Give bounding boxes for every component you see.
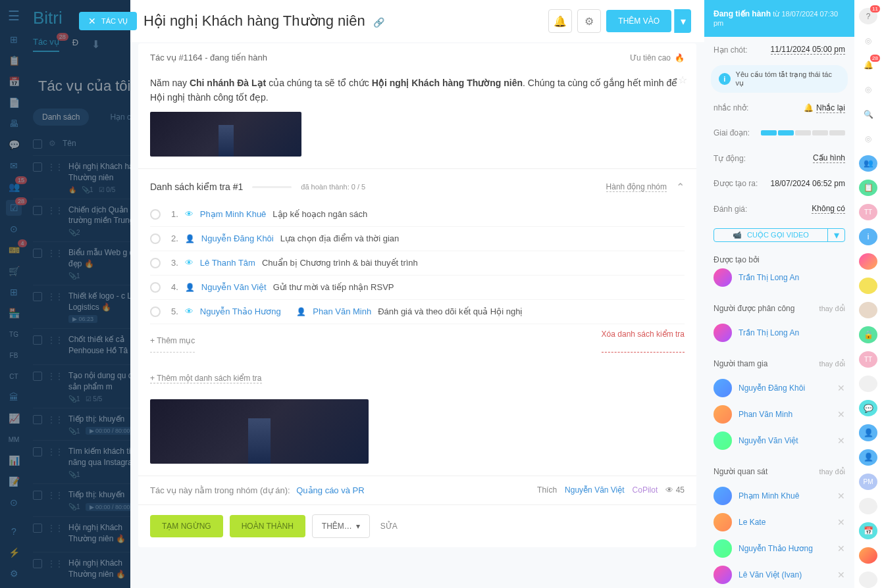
video-call-button[interactable]: 📹CUỘC GỌI VIDEO ▾ <box>713 228 845 242</box>
rail-search[interactable]: 🔍 <box>859 106 877 122</box>
close-button[interactable]: ✕ TÁC VỤ <box>79 12 137 30</box>
complete-button[interactable]: HOÀN THÀNH <box>230 515 305 537</box>
checklist-item[interactable]: 5. 👁 Nguyễn Thảo Hương 👤 Phan Văn Minh Đ… <box>150 300 685 324</box>
auto-value[interactable]: Cấu hình <box>813 153 845 163</box>
change-link[interactable]: thay đổi <box>819 468 845 476</box>
remind-value[interactable]: 🔔Nhắc lại <box>804 103 845 112</box>
rail-avatar[interactable]: i <box>859 228 877 245</box>
rail-avatar[interactable] <box>859 302 877 318</box>
rail-avatar[interactable] <box>859 278 877 294</box>
status-request[interactable]: i Yêu cầu tóm tắt trạng thái tác vụ <box>711 65 848 93</box>
video-dropdown[interactable]: ▾ <box>827 229 844 241</box>
liker-name[interactable]: Nguyễn Văn Việt <box>565 485 625 495</box>
checklist-item[interactable]: 2. 👤 Nguyễn Đăng Khôi Lựa chọn địa điểm … <box>150 227 685 251</box>
check-circle[interactable] <box>150 233 161 244</box>
collapse-icon[interactable]: ⌃ <box>676 181 685 193</box>
person-row[interactable]: Nguyễn Thảo Hương✕ <box>713 535 845 562</box>
person-row[interactable]: Phan Văn Minh✕ <box>713 401 845 428</box>
rail-avatar[interactable] <box>859 547 877 564</box>
add-item[interactable]: + Thêm mục <box>150 330 195 353</box>
remove-icon[interactable]: ✕ <box>837 435 845 446</box>
views: 👁 45 <box>665 485 685 495</box>
rail-avatar[interactable] <box>859 376 877 392</box>
copilot-link[interactable]: CoPilot <box>633 485 658 495</box>
rail-item[interactable]: ◎ <box>859 32 877 49</box>
link-icon[interactable]: 🔗 <box>373 17 384 28</box>
rail-avatar[interactable]: 👤 <box>859 424 877 441</box>
person-row[interactable]: Trần Thị Long An <box>713 320 845 346</box>
deadline-label: Hạn chót: <box>713 45 748 55</box>
like-button[interactable]: Thích <box>537 485 557 495</box>
project-link[interactable]: Quảng cáo và PR <box>296 485 364 495</box>
deadline-value[interactable]: 11/11/2024 05:00 pm <box>771 45 845 55</box>
stage-bar[interactable] <box>761 130 845 135</box>
eye-icon: 👁 <box>185 209 194 219</box>
check-circle[interactable] <box>150 209 161 220</box>
change-link[interactable]: thay đổi <box>819 305 845 313</box>
rail-avatar[interactable]: 📅 <box>859 522 877 539</box>
rail-avatar[interactable] <box>859 498 877 514</box>
rail-item[interactable]: ◎ <box>859 130 877 147</box>
group-action[interactable]: Hành động nhóm <box>606 182 667 192</box>
rail-avatar[interactable]: 🔒 <box>859 326 877 343</box>
remove-icon[interactable]: ✕ <box>837 491 845 501</box>
avatar <box>713 487 732 505</box>
star-icon[interactable]: ☆ <box>678 72 687 89</box>
rail-item[interactable]: ◎ <box>859 82 877 98</box>
rail-avatar[interactable]: TT <box>859 204 877 220</box>
check-circle[interactable] <box>150 306 161 317</box>
person-icon: 👤 <box>185 283 195 292</box>
remove-icon[interactable]: ✕ <box>837 543 845 554</box>
rail-avatar[interactable]: 📋 <box>859 180 877 196</box>
change-link[interactable]: thay đổi <box>819 360 845 368</box>
add-dropdown[interactable]: ▾ <box>674 9 691 33</box>
avatar <box>713 513 732 531</box>
chevron-down-icon: ▾ <box>356 522 360 531</box>
remove-icon[interactable]: ✕ <box>837 383 845 393</box>
video-icon: 📹 <box>733 231 742 239</box>
check-circle[interactable] <box>150 258 161 268</box>
avatar <box>713 324 732 342</box>
rail-avatar[interactable]: PM <box>859 474 877 490</box>
add-button[interactable]: THÊM VÀO <box>606 10 671 32</box>
rail-avatar[interactable]: 👤 <box>859 449 877 466</box>
remove-icon[interactable]: ✕ <box>837 409 845 420</box>
rail-bell[interactable]: 🔔28 <box>859 57 877 74</box>
check-circle[interactable] <box>150 282 161 293</box>
person-row[interactable]: Nguyễn Đăng Khôi✕ <box>713 375 845 401</box>
attached-image-2[interactable] <box>150 399 369 464</box>
attached-image[interactable] <box>150 112 301 157</box>
created-by-label: Được tạo bởi <box>713 255 845 264</box>
person-row[interactable]: Lê Văn Việt (Ivan)✕ <box>713 562 845 588</box>
rating-value[interactable]: Không có <box>812 204 845 214</box>
rail-help[interactable]: ?11 <box>859 8 877 24</box>
settings-button[interactable]: ⚙ <box>577 9 601 33</box>
checklist-title: Danh sách kiểm tra #1 <box>150 182 243 192</box>
remove-icon[interactable]: ✕ <box>837 517 845 527</box>
person-row[interactable]: Nguyễn Văn Việt✕ <box>713 428 845 454</box>
rail-avatar[interactable] <box>859 253 877 270</box>
close-icon: ✕ <box>88 16 96 26</box>
bell-button[interactable]: 🔔 <box>548 9 572 33</box>
created-label: Được tạo ra: <box>713 179 758 188</box>
delete-checklist[interactable]: Xóa danh sách kiểm tra <box>602 330 685 353</box>
task-id: Tác vụ #1164 - đang tiến hành <box>150 53 267 62</box>
more-button[interactable]: THÊM… ▾ <box>312 514 370 538</box>
checklist-item[interactable]: 3. 👁 Lê Thanh Tâm Chuẩn bị Chương trình … <box>150 251 685 276</box>
person-row[interactable]: Le Kate✕ <box>713 509 845 535</box>
add-checklist[interactable]: + Thêm một danh sách kiểm tra <box>150 374 262 383</box>
pause-button[interactable]: TẠM NGỪNG <box>150 515 223 537</box>
rail-avatar[interactable]: 💬 <box>859 400 877 416</box>
checklist-item[interactable]: 4. 👤 Nguyễn Văn Việt Gửi thư mời và tiếp… <box>150 276 685 300</box>
avatar <box>713 268 732 287</box>
edit-button[interactable]: SỬA <box>380 522 398 531</box>
remove-icon[interactable]: ✕ <box>837 570 845 580</box>
rating-label: Đánh giá: <box>713 205 747 214</box>
participants-label: Người tham gia <box>713 359 767 368</box>
rail-avatar[interactable]: TT <box>859 351 877 368</box>
person-row[interactable]: Trần Thị Long An <box>713 264 845 291</box>
person-row[interactable]: Phạm Minh Khuê✕ <box>713 483 845 509</box>
checklist-item[interactable]: 1. 👁 Phạm Minh Khuê Lập kế hoạch ngân sá… <box>150 203 685 227</box>
rail-avatar[interactable]: 👥 <box>859 155 877 172</box>
rail-avatar[interactable] <box>859 572 877 588</box>
